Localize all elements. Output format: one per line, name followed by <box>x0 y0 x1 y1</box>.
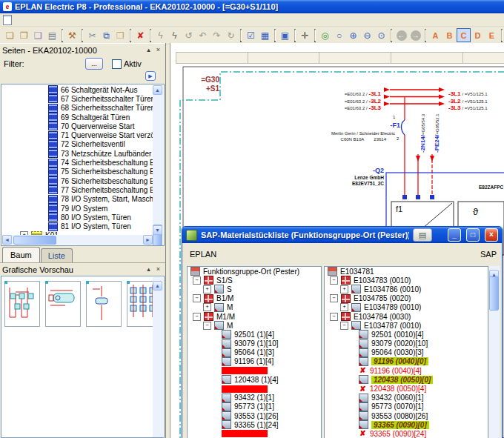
bom-tree-row[interactable]: 93432 (1)[1] <box>188 394 321 402</box>
expander-icon[interactable]: + <box>340 303 348 311</box>
bom-tree-row[interactable]: − S1/S <box>188 276 321 285</box>
back-button[interactable]: ← <box>394 28 408 42</box>
bom-tree-row[interactable]: 95064 (1)[3] <box>188 348 321 357</box>
bom-tree-row[interactable] <box>188 366 321 375</box>
undo-button[interactable]: ↶ <box>196 28 210 42</box>
device-table-button[interactable]: ▦ <box>258 28 272 42</box>
bom-tree-row[interactable]: − B1/M <box>188 294 321 303</box>
menu-item[interactable] <box>62 19 70 21</box>
bom-tree-row[interactable]: 92501 (0010)[4] <box>325 330 488 339</box>
open-project-button[interactable]: ❐ <box>17 28 31 42</box>
menu-item[interactable] <box>88 19 97 21</box>
preview-thumbnail[interactable] <box>45 281 81 327</box>
q2-device-tag[interactable]: -Q2 <box>347 167 384 174</box>
bom-tree-row[interactable]: Funktionsgruppe-Ort (Pester) <box>188 267 321 276</box>
grid-d-button[interactable]: D <box>471 28 485 42</box>
preview-thumbnail[interactable] <box>4 281 40 327</box>
pages-tree-vertical-scrollbar[interactable]: ▲ ▼ <box>153 85 163 235</box>
redo-list-button[interactable]: ↻ <box>224 28 238 42</box>
insert-device-button[interactable]: ϟ <box>168 28 182 42</box>
delete-button[interactable]: ✘ <box>133 28 147 42</box>
bom-tree-row[interactable]: E1034781 <box>325 267 488 276</box>
dialog-vertical-scrollbar[interactable]: ▲ <box>489 266 500 438</box>
scroll-left-icon[interactable]: ◄ <box>2 235 12 245</box>
bom-tree-row[interactable]: − M <box>188 321 321 330</box>
bom-tree-row[interactable]: + E1034789 (0010) <box>325 303 488 312</box>
expander-icon[interactable]: − <box>193 313 201 321</box>
zoom-area-button[interactable]: ○ <box>332 28 346 42</box>
page-tree-row[interactable]: 68 Sicherheitsschalter Türen <box>2 104 153 113</box>
grid-c-button[interactable]: C <box>457 28 471 42</box>
page-tree-row[interactable]: 81 I/O System, Türen <box>2 222 153 230</box>
grid-e-button[interactable]: E <box>485 28 499 42</box>
panel-close-button[interactable]: × <box>153 46 163 55</box>
zoom-out-button[interactable]: ⊖ <box>360 28 374 42</box>
scrollbar-thumb[interactable] <box>489 276 499 311</box>
tab-baum[interactable]: Baum <box>2 247 40 262</box>
bom-tree-row[interactable]: 95773 (0070)[1] <box>325 402 488 411</box>
bom-tree-row[interactable]: 91196 (1)[4] <box>188 357 321 366</box>
preview-vertical-scrollbar[interactable]: ▲ <box>153 277 163 437</box>
bom-tree-row[interactable]: 91196 (0040)[0] <box>325 357 488 366</box>
new-project-button[interactable]: ❏ <box>3 28 17 42</box>
scroll-up-icon[interactable]: ▲ <box>153 281 162 291</box>
pointer-button[interactable]: ✛ <box>298 28 312 42</box>
menu-item[interactable] <box>79 19 88 21</box>
page-tree-row[interactable]: 67 Sicherheitsschalter Türen <box>2 94 153 103</box>
bom-tree-row[interactable]: − E1034784 (0030) <box>325 312 488 321</box>
page-tree-row[interactable]: 70 Querverweise Start <box>2 122 153 130</box>
menu-item[interactable] <box>35 19 44 21</box>
page-tree-row[interactable]: 79 I/O System <box>2 204 153 213</box>
pages-tree-horizontal-scrollbar[interactable]: ◄ ► <box>2 235 153 245</box>
redo-button[interactable]: ↷ <box>210 28 224 42</box>
page-tree-row[interactable]: 77 Sicherheitsbeschaltung Elau <box>2 185 153 194</box>
page-tree-row[interactable]: 73 Netzschütze Laufbänder <box>2 149 153 158</box>
grid-b-button[interactable]: B <box>442 28 457 42</box>
menu-item[interactable] <box>53 19 62 21</box>
bom-tree-row[interactable]: 93553 (0080)[26] <box>325 411 488 420</box>
zoom-in-button[interactable]: ⊕ <box>346 28 360 42</box>
bom-tree-row[interactable]: 93553 (1)[26] <box>188 411 321 420</box>
expander-icon[interactable]: − <box>330 313 338 321</box>
bom-tree-row[interactable] <box>188 429 321 438</box>
page-tree-row[interactable]: 71 Querverweise Start verzöger <box>2 130 153 139</box>
menu-item[interactable] <box>97 19 106 21</box>
copy-button[interactable]: ⧉ <box>99 28 113 42</box>
scrollbar-thumb[interactable] <box>13 236 56 245</box>
page-tree-row[interactable]: 74 Sicherheitsbeschaltung Elau <box>2 158 153 167</box>
bom-tree-row[interactable]: 120438 (0050)[0] <box>325 375 488 384</box>
page-tree-row[interactable]: 66 Schaltgerät Not-Aus <box>2 85 153 94</box>
page-tree-row[interactable]: 75 Sicherheitsbeschaltung Elau <box>2 167 153 176</box>
panel-collapse-button[interactable]: ▴ <box>144 46 153 55</box>
menu-item[interactable] <box>26 19 35 21</box>
bom-tree-row[interactable]: 93365 (1)[24] <box>188 420 321 429</box>
expander-icon[interactable]: + <box>340 285 348 293</box>
bom-tree-row[interactable]: 120438 (1)[4] <box>188 375 321 384</box>
bom-tree-row[interactable]: + M <box>188 303 321 312</box>
bom-tree-row[interactable]: ✘ 93365 (0090)[24] <box>325 429 488 438</box>
page-tree-row[interactable]: 80 I/O System, Türen <box>2 213 153 222</box>
settings-button[interactable]: ⚒ <box>65 28 79 42</box>
bom-tree-row[interactable]: 93079 (1)[10] <box>188 339 321 348</box>
preview-thumbnail[interactable] <box>86 281 122 327</box>
bom-tree-row[interactable]: − E1034787 (0010) <box>325 321 488 330</box>
menu-item[interactable] <box>106 19 115 21</box>
sap-bom-dialog[interactable]: SAP-Materialstückliste (Funktionsgruppe-… <box>182 226 503 438</box>
panel-collapse-button[interactable]: ▴ <box>144 265 153 274</box>
forward-button[interactable]: → <box>408 28 422 42</box>
bom-tree-row[interactable]: 92501 (1)[4] <box>188 330 321 339</box>
scroll-down-icon[interactable]: ▼ <box>153 225 162 235</box>
filter-browse-button[interactable]: ... <box>85 58 103 70</box>
window-titlebar[interactable]: e EPLAN Electric P8 - Professional - EKA… <box>0 0 504 13</box>
dialog-titlebar[interactable]: SAP-Materialstückliste (Funktionsgruppe-… <box>182 227 502 243</box>
bom-tree-row[interactable]: + S <box>188 285 321 293</box>
zoom-100-button[interactable]: ⊙ <box>374 28 388 42</box>
print-button[interactable]: ▤ <box>413 228 432 242</box>
bom-tree-row[interactable]: + E1034786 (0010) <box>325 285 488 293</box>
bom-tree-row[interactable]: 93365 (0090)[0] <box>325 420 488 429</box>
menu-item[interactable] <box>44 19 53 21</box>
minimize-button[interactable]: _ <box>448 228 461 242</box>
page-properties-button[interactable]: ☑ <box>244 28 258 42</box>
expander-icon[interactable]: − <box>193 294 201 302</box>
maximize-button[interactable]: □ <box>466 228 480 242</box>
